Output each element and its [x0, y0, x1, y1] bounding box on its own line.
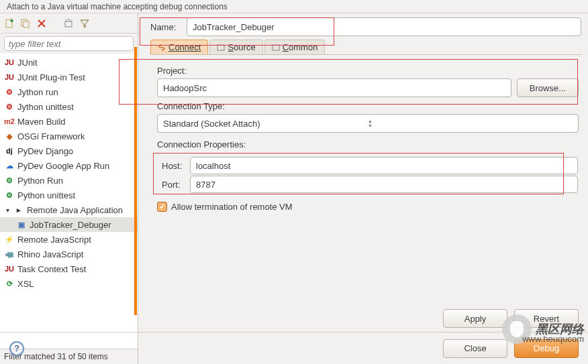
config-type-icon: ⟳: [4, 278, 15, 289]
debug-button[interactable]: Debug: [514, 339, 579, 358]
sidebar: JUJUnitJUJUnit Plug-in Test⚙Jython run⚙J…: [0, 13, 138, 364]
tree-item-junit[interactable]: JUJUnit: [0, 55, 138, 70]
tree-item-pydev-google-app-run[interactable]: ☁PyDev Google App Run: [0, 158, 138, 173]
tree-item-label: OSGi Framework: [17, 131, 85, 141]
tree-item-label: JUnit Plug-in Test: [17, 72, 85, 82]
tree-item-label: XSL: [17, 279, 34, 289]
dialog-footer: ? Close Debug: [0, 332, 588, 364]
config-type-icon: JU: [4, 57, 15, 68]
config-type-icon: ▣: [16, 219, 27, 230]
tree-item-pydev-django[interactable]: djPyDev Django: [0, 143, 138, 158]
spinner-icon: ▲▼: [368, 119, 573, 128]
tab-source[interactable]: SSourceource: [209, 40, 262, 54]
browse-button[interactable]: Browse...: [517, 78, 579, 97]
name-input[interactable]: [187, 17, 581, 36]
sidebar-toolbar: [0, 13, 138, 34]
tree-item-label: Remote Java Application: [27, 205, 123, 215]
config-type-icon: ◈: [4, 131, 15, 141]
filter-input[interactable]: [4, 36, 134, 51]
tree-item-maven-build[interactable]: m2Maven Build: [0, 114, 138, 129]
tree-item-label: PyDev Django: [17, 146, 73, 156]
tree-item-label: Maven Build: [17, 117, 66, 127]
tree-item-label: Task Context Test: [17, 264, 86, 274]
svg-rect-5: [273, 45, 279, 50]
source-icon: [217, 44, 225, 52]
port-label: Port:: [158, 180, 185, 190]
config-type-icon: ☁: [4, 160, 15, 171]
port-input[interactable]: [190, 176, 578, 193]
config-type-icon: JU: [4, 72, 15, 82]
help-icon[interactable]: ?: [9, 341, 24, 356]
config-type-icon: ▸: [13, 204, 24, 215]
revert-button[interactable]: Revert: [514, 309, 579, 328]
tree-item-xsl[interactable]: ⟳XSL: [0, 276, 138, 291]
tree-item-remote-javascript[interactable]: ⚡Remote JavaScript: [0, 232, 138, 247]
common-icon: [272, 44, 280, 52]
tree-item-label: Jython run: [17, 87, 58, 97]
apply-button[interactable]: Apply: [443, 309, 507, 328]
svg-rect-2: [23, 21, 29, 27]
tree-item-python-unittest[interactable]: ⚙Python unittest: [0, 188, 138, 202]
tree-item-jython-run[interactable]: ⚙Jython run: [0, 84, 138, 99]
tab-connect-label: Connect: [168, 42, 201, 52]
tree-item-jobtracker-debuger[interactable]: ▣JobTracker_Debuger: [0, 217, 138, 232]
tab-bar: Connect SSourceource Common: [150, 40, 581, 55]
tree-item-python-run[interactable]: ⚙Python Run: [0, 173, 138, 188]
tab-connect[interactable]: Connect: [150, 40, 208, 54]
config-type-icon: ⚙: [4, 175, 15, 186]
connect-icon: [158, 44, 166, 52]
svg-rect-4: [217, 45, 224, 50]
config-type-icon: m2: [4, 116, 15, 127]
highlight-bar: [134, 47, 137, 315]
collapse-all-icon[interactable]: [63, 18, 74, 29]
tree-item-label: Remote JavaScript: [17, 235, 91, 245]
tree-item-label: Rhino JavaScript: [17, 249, 83, 259]
name-label: Name:: [150, 22, 183, 32]
tab-common[interactable]: Common: [264, 40, 326, 54]
tree-item-label: JobTracker_Debuger: [30, 220, 111, 230]
close-button[interactable]: Close: [443, 339, 507, 358]
tree-item-jython-unittest[interactable]: ⚙Jython unittest: [0, 99, 138, 114]
connection-type-combo[interactable]: Standard (Socket Attach) ▲▼: [157, 114, 579, 133]
tree-item-label: Jython unittest: [17, 102, 74, 112]
connection-type-label: Connection Type:: [157, 101, 579, 111]
tree-item-rhino-javascript[interactable]: 🦏Rhino JavaScript: [0, 247, 138, 261]
tree-item-junit-plug-in-test[interactable]: JUJUnit Plug-in Test: [0, 70, 138, 84]
svg-rect-3: [65, 21, 72, 27]
duplicate-config-icon[interactable]: [20, 18, 31, 29]
dialog-subtitle: Attach to a Java virtual machine accepti…: [0, 0, 588, 13]
filter-icon[interactable]: [79, 18, 90, 29]
tree-item-label: Python Run: [17, 176, 63, 186]
config-type-icon: dj: [4, 145, 15, 156]
project-input[interactable]: [157, 78, 511, 97]
allow-termination-checkbox[interactable]: ✓ Allow termination of remote VM: [157, 202, 579, 212]
tree-item-osgi-framework[interactable]: ◈OSGi Framework: [0, 129, 138, 143]
config-type-icon: 🦏: [4, 249, 15, 259]
tree-item-label: PyDev Google App Run: [17, 161, 109, 171]
checkbox-checked-icon: ✓: [157, 202, 167, 212]
delete-config-icon[interactable]: [36, 18, 47, 29]
connection-type-value: Standard (Socket Attach): [163, 119, 368, 129]
tree-item-label: JUnit: [17, 58, 38, 68]
config-type-icon: ⚡: [4, 234, 15, 245]
project-label: Project:: [157, 66, 579, 76]
config-panel: Name: Connect SSourceource Common Pro: [138, 13, 588, 364]
config-type-icon: ⚙: [4, 101, 15, 112]
config-type-icon: ⚙: [4, 86, 15, 97]
config-type-icon: JU: [4, 263, 15, 274]
tree-item-label: Python unittest: [17, 190, 75, 200]
config-tree[interactable]: JUJUnitJUJUnit Plug-in Test⚙Jython run⚙J…: [0, 54, 138, 349]
tree-item-task-context-test[interactable]: JUTask Context Test: [0, 261, 138, 276]
tree-item-remote-java-application[interactable]: ▾▸Remote Java Application: [0, 202, 138, 217]
connection-properties-label: Connection Properties:: [157, 139, 579, 149]
host-input[interactable]: [190, 157, 578, 174]
new-config-icon[interactable]: [4, 18, 15, 29]
host-label: Host:: [158, 161, 185, 171]
config-type-icon: ⚙: [4, 190, 15, 200]
